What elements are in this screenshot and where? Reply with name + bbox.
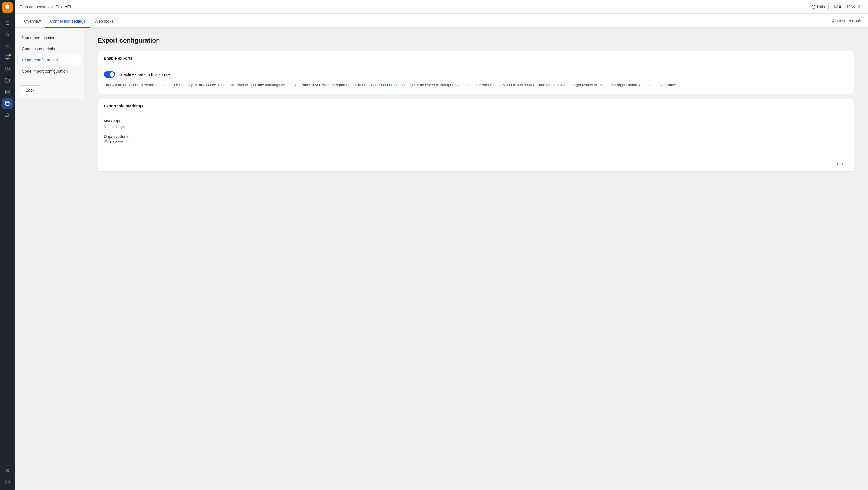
folder-icon[interactable]: [2, 75, 13, 86]
grid-icon[interactable]: [2, 87, 13, 97]
left-panel: Name and location Connection details Exp…: [15, 28, 84, 490]
markings-section: Markings No markings Organizations: [98, 113, 854, 156]
brand-icon[interactable]: ✕: [2, 465, 13, 476]
svg-point-0: [5, 4, 9, 8]
breadcrumb-parent[interactable]: Data connection: [20, 5, 49, 9]
organizations-group: Organizations Palantir: [104, 134, 848, 145]
trash-icon: [831, 19, 835, 23]
main-content: Export configuration Enable exports Enab…: [84, 28, 868, 490]
check-icon: ✓: [842, 5, 845, 9]
info-text-after: , you'll be asked to configure what data…: [408, 83, 677, 87]
tab-list: Overview Connection settings Webhooks: [20, 16, 118, 27]
svg-point-1: [6, 8, 9, 9]
breadcrumb-current[interactable]: PokeAPI: [56, 5, 71, 9]
comment-count: 0: [839, 5, 841, 9]
status-bar[interactable]: 0 ✓ 10 ✕ 10: [831, 3, 863, 10]
tab-connection-settings[interactable]: Connection settings: [45, 16, 90, 28]
nav-code-import[interactable]: Code import configuration: [17, 66, 81, 76]
enable-exports-body: Enable exports to this source This will …: [98, 65, 854, 94]
nav-connection-details[interactable]: Connection details: [17, 44, 81, 54]
info-text-before: This will allow people to export dataset…: [104, 83, 379, 87]
organization-name: Palantir: [110, 140, 123, 144]
exportable-markings-card: Exportable markings Markings No markings…: [98, 99, 854, 172]
comment-icon: [834, 5, 838, 9]
svg-rect-6: [8, 92, 9, 94]
nav-export-configuration[interactable]: Export configuration: [17, 55, 81, 65]
help-button[interactable]: Help: [808, 3, 829, 11]
exports-info-text: This will allow people to export dataset…: [104, 82, 848, 88]
organizations-label: Organizations: [104, 134, 848, 139]
check-count: 10: [846, 5, 850, 9]
tabbar: Overview Connection settings Webhooks Mo…: [15, 14, 868, 28]
tab-overview[interactable]: Overview: [20, 16, 45, 28]
breadcrumb-separator: >: [51, 5, 53, 9]
error-icon: ✕: [852, 5, 855, 9]
app-logo[interactable]: [2, 2, 13, 13]
svg-rect-4: [8, 90, 9, 91]
svg-rect-5: [5, 92, 7, 94]
clock-icon[interactable]: [2, 64, 13, 74]
database-icon[interactable]: [2, 98, 13, 109]
card-footer: Edit: [98, 156, 854, 172]
svg-rect-12: [104, 141, 108, 144]
toggle-label: Enable exports to this source: [119, 72, 170, 77]
help-icon: [811, 5, 815, 9]
org-icon: [104, 140, 108, 145]
left-nav: Name and location Connection details Exp…: [15, 28, 84, 82]
enable-exports-card: Enable exports Enable exports to this so…: [98, 51, 854, 94]
topbar-right: Help 0 ✓ 10 ✕ 10: [808, 3, 863, 11]
markings-group: Markings No markings: [104, 119, 848, 129]
error-count: 10: [856, 5, 860, 9]
back-button[interactable]: Back: [20, 85, 40, 95]
exports-toggle[interactable]: [104, 71, 115, 78]
edit-button[interactable]: Edit: [832, 160, 848, 168]
markings-label: Markings: [104, 119, 848, 123]
content-area: Name and location Connection details Exp…: [15, 28, 868, 490]
draft-icon[interactable]: [2, 110, 13, 120]
home-icon[interactable]: ⌂: [2, 29, 13, 40]
search-icon[interactable]: ⌕: [2, 41, 13, 51]
sidebar: ☰ ⌂ ⌕ ✕: [0, 0, 15, 490]
page-title: Export configuration: [98, 37, 854, 44]
toggle-row: Enable exports to this source: [104, 71, 848, 78]
svg-point-7: [5, 101, 9, 103]
enable-exports-header: Enable exports: [98, 52, 854, 65]
markings-value: No markings: [104, 124, 848, 129]
nav-name-location[interactable]: Name and location: [17, 33, 81, 43]
security-markings-link[interactable]: security markings: [379, 83, 408, 87]
bottom-bar: Back: [15, 82, 84, 98]
menu-icon[interactable]: ☰: [2, 18, 13, 28]
main-area: Data connection > PokeAPI Help 0 ✓ 10: [15, 0, 868, 490]
breadcrumb: Data connection > PokeAPI: [20, 5, 71, 9]
tab-webhooks[interactable]: Webhooks: [90, 16, 118, 28]
move-to-trash-label: Move to trash: [837, 19, 861, 23]
tabbar-right: Move to trash: [829, 18, 863, 27]
bell-icon[interactable]: [2, 52, 13, 63]
help-bottom-icon[interactable]: [2, 477, 13, 487]
svg-rect-3: [5, 90, 7, 91]
move-to-trash-button[interactable]: Move to trash: [829, 18, 863, 24]
topbar: Data connection > PokeAPI Help 0 ✓ 10: [15, 0, 868, 14]
exportable-markings-header: Exportable markings: [98, 99, 854, 113]
organization-item: Palantir: [104, 140, 848, 145]
